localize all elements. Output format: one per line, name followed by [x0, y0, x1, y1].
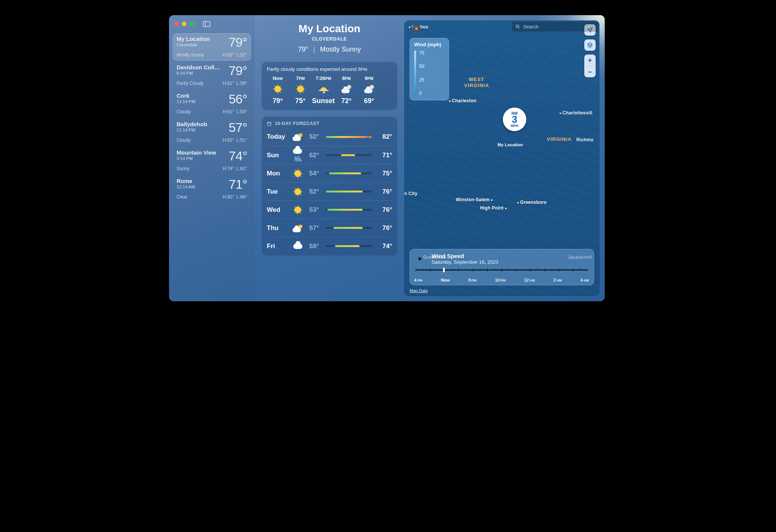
sun-icon: [294, 170, 301, 177]
day-row-2[interactable]: Mon54°75°: [267, 164, 392, 182]
day-row-1[interactable]: Sun75%62°71°: [267, 146, 392, 164]
toggle-sidebar-button[interactable]: [202, 20, 211, 27]
day-row-0[interactable]: Today52°82°: [267, 128, 392, 146]
day-icon-wrap: [290, 188, 305, 195]
timeline-labels: 4PMNow8PM10PM12AM2AM4AM: [414, 278, 589, 282]
location-name: My Location: [177, 36, 210, 42]
day-high: 76°: [375, 206, 392, 214]
current-temp-dot: [366, 136, 368, 138]
temp-range-bar: [326, 136, 372, 138]
location-hilo: H:90°L:66°: [221, 194, 247, 200]
moon-cloud-icon: [341, 85, 351, 93]
location-temp: 71°: [229, 178, 247, 191]
location-subtitle: Cloverdale: [177, 42, 210, 47]
day-low: 52°: [305, 188, 322, 196]
timeline-tick-label: 10PM: [495, 278, 506, 282]
window-zoom-button[interactable]: [189, 22, 194, 26]
day-name: Mon: [267, 170, 290, 177]
map-layers-button[interactable]: [584, 39, 596, 51]
day-name: Thu: [267, 224, 290, 232]
day-row-4[interactable]: Wed53°76°: [267, 200, 392, 219]
legend-title: Wind (mph): [414, 42, 444, 47]
timeline-tick-label: 4PM: [414, 278, 422, 282]
day-icon-wrap: [290, 207, 305, 213]
search-input[interactable]: [523, 24, 595, 30]
day-low: 58°: [305, 243, 322, 250]
map-city-label: Charlottesvill: [560, 110, 592, 116]
day-icon-wrap: [290, 244, 305, 249]
day-row-3[interactable]: Tue52°76°: [267, 182, 392, 200]
location-temp: 74°: [229, 149, 247, 162]
timeline-play-button[interactable]: [414, 253, 426, 265]
location-subtitle: 12:14 AM: [177, 185, 195, 189]
moon-cloud-icon: [364, 85, 374, 93]
sidebar-icon: [203, 21, 210, 27]
sun-icon: [297, 86, 304, 92]
timeline-titles: Wind Speed Saturday, September 16, 2023: [432, 253, 498, 265]
sidebar-item-5[interactable]: Rome12:14 AM71°ClearH:90°L:66°: [173, 175, 251, 203]
layers-icon: [587, 42, 593, 48]
weather-window: My LocationCloverdale79°Mostly SunnyH:82…: [169, 15, 605, 301]
map-city-label: Greensboro: [517, 200, 547, 205]
svg-rect-4: [268, 122, 271, 125]
timeline-thumb[interactable]: [443, 268, 445, 272]
hour-item-3: 8PM72°: [335, 76, 357, 105]
map-panel[interactable]: × + – Wind (mph) 7550250: [404, 20, 599, 296]
search-field[interactable]: [512, 21, 599, 32]
day-high: 76°: [375, 188, 392, 196]
hour-label: 7PM: [296, 76, 305, 81]
sun-icon: [294, 207, 301, 213]
my-location-map-label: My Location: [498, 142, 523, 147]
day-row-5[interactable]: Thu57°76°: [267, 219, 392, 237]
hour-item-1: 7PM75°: [289, 76, 311, 105]
map-city-label: High Point: [480, 205, 507, 211]
day-name: Wed: [267, 206, 290, 214]
sidebar-item-3[interactable]: Ballydehob11:14 PM57°CloudyH:62°L:51°: [173, 118, 251, 146]
map-close-button[interactable]: ×: [412, 24, 421, 33]
hour-item-more: [381, 76, 392, 105]
day-name: Tue: [267, 188, 290, 196]
location-hilo: H:61°L:50°: [221, 109, 247, 114]
main-column: My Location CLOVERDALE 79° | Mostly Sunn…: [255, 15, 404, 301]
location-condition: Mostly Sunny: [177, 52, 204, 58]
hour-value: 79°: [272, 97, 283, 105]
hour-label: 8PM: [342, 76, 351, 81]
location-header: My Location CLOVERDALE 79° | Mostly Sunn…: [261, 23, 397, 53]
location-name: Rome: [177, 178, 195, 184]
location-name: Davidson Coll…: [177, 64, 220, 70]
map-zoom-out-button[interactable]: –: [584, 66, 596, 77]
hour-item-2: 7:26PMSunset: [312, 76, 335, 105]
header-separator: |: [313, 45, 315, 53]
location-condition: Cloudy: [177, 138, 191, 143]
location-subtitle: 3:14 PM: [177, 156, 216, 161]
window-minimize-button[interactable]: [182, 22, 186, 26]
location-name: Ballydehob: [177, 121, 207, 127]
day-low: 57°: [305, 224, 322, 232]
map-zoom-controls: + –: [584, 55, 596, 77]
sidebar-item-2[interactable]: Cork11:14 PM56°CloudyH:61°L:50°: [173, 90, 251, 117]
temp-range-bar: [326, 191, 372, 192]
map-zoom-in-button[interactable]: +: [584, 55, 596, 66]
sidebar: My LocationCloverdale79°Mostly SunnyH:82…: [169, 15, 255, 301]
timeline-track[interactable]: [416, 268, 587, 277]
sidebar-item-4[interactable]: Mountain View3:14 PM74°SunnyH:74°L:61°: [173, 147, 251, 174]
hourly-forecast-card[interactable]: Partly cloudy conditions expected around…: [261, 62, 397, 110]
location-hilo: H:82°L:52°: [221, 52, 247, 58]
window-close-button[interactable]: [174, 22, 179, 26]
sidebar-item-0[interactable]: My LocationCloverdale79°Mostly SunnyH:82…: [173, 33, 251, 61]
sidebar-item-1[interactable]: Davidson Coll…6:14 PM79°Partly CloudyH:8…: [173, 61, 251, 89]
day-row-6[interactable]: Fri58°74°: [267, 237, 392, 255]
wind-pin[interactable]: NW 3 MPH: [503, 108, 526, 131]
map-data-link[interactable]: Map Data: [410, 288, 428, 293]
precip-chance: 75%: [294, 158, 302, 162]
search-icon: [515, 24, 520, 29]
location-condition: Clear: [177, 194, 188, 200]
hourly-row: Now79°7PM75°7:26PMSunset8PM72°9PM69°: [267, 76, 392, 105]
hour-label: Now: [273, 76, 283, 81]
location-hilo: H:81°L:59°: [221, 81, 247, 86]
legend-tick: 75: [419, 50, 424, 56]
ten-day-forecast-card[interactable]: 10-DAY FORECAST Today52°82°Sun75%62°71°M…: [261, 116, 397, 256]
day-low: 54°: [305, 170, 322, 177]
hourly-note: Partly cloudy conditions expected around…: [267, 66, 392, 72]
day-high: 82°: [375, 133, 392, 141]
